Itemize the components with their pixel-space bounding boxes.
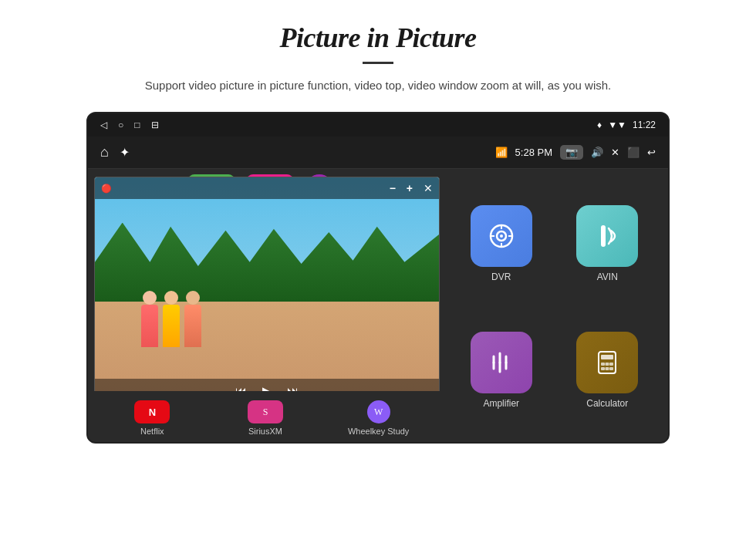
dvr-label: DVR — [491, 272, 511, 282]
status-bar-left: ◁ ○ □ ⊟ — [100, 120, 159, 130]
right-app-grid: DVR AVIN — [440, 169, 668, 444]
page-subtitle: Support video picture in picture functio… — [145, 76, 611, 95]
home-icon[interactable]: ⌂ — [100, 144, 109, 160]
volume-icon[interactable]: 🔊 — [591, 147, 603, 158]
close-icon[interactable]: ✕ — [611, 147, 619, 158]
pip-window[interactable]: 🔴 − + ✕ — [94, 177, 440, 404]
person-3 — [184, 291, 201, 347]
siriusxm-icon: S — [248, 400, 283, 423]
page-wrapper: Picture in Picture Support video picture… — [0, 0, 756, 444]
bottom-app-row: N Netflix S SiriusXM W Whee — [88, 391, 443, 444]
status-bar: ◁ ○ □ ⊟ ♦ ▼▼ 11:22 — [88, 113, 668, 137]
toolbar-right: 📶 5:28 PM 📷 🔊 ✕ ⬛ ↩ — [495, 145, 656, 160]
wheelkey-app-item[interactable]: W Wheelkey Study — [348, 400, 410, 436]
person-3-body — [184, 305, 201, 347]
undo-icon[interactable]: ↩ — [647, 147, 656, 158]
camera-button[interactable]: 📷 — [560, 145, 583, 160]
amplifier-label: Amplifier — [483, 398, 519, 409]
recents-icon[interactable]: □ — [134, 120, 140, 130]
people-group — [141, 291, 201, 347]
wheelkey-icon: W — [367, 400, 390, 423]
svg-rect-18 — [609, 363, 613, 366]
pip-enlarge-button[interactable]: + — [407, 182, 413, 194]
person-1 — [141, 291, 158, 347]
avin-icon-box — [576, 205, 638, 267]
pip-shrink-button[interactable]: − — [390, 182, 396, 194]
person-2-head — [164, 291, 178, 305]
pip-icon[interactable]: ⬛ — [627, 147, 640, 158]
svg-rect-15 — [601, 355, 613, 359]
page-title: Picture in Picture — [280, 22, 477, 54]
avin-label: AVIN — [597, 272, 618, 282]
person-1-body — [141, 305, 158, 347]
calculator-icon-box — [576, 332, 638, 393]
svg-rect-20 — [606, 367, 609, 370]
calculator-app-item[interactable]: Calculator — [559, 311, 657, 430]
location-icon: ♦ — [597, 120, 602, 130]
status-time: 11:22 — [633, 120, 656, 130]
svg-rect-21 — [609, 367, 613, 370]
person-2 — [163, 291, 180, 347]
amplifier-app-item[interactable]: Amplifier — [452, 311, 551, 430]
person-3-head — [186, 291, 200, 305]
device-frame: ◁ ○ □ ⊟ ♦ ▼▼ 11:22 ⌂ ✦ 📶 5:28 PM 📷 🔊 — [86, 112, 670, 444]
app-area: 🔴 − + ✕ — [88, 169, 668, 444]
pip-controls-top: 🔴 — [101, 184, 112, 194]
toolbar-left: ⌂ ✦ — [100, 144, 130, 160]
usb-icon: ✦ — [120, 145, 130, 160]
pip-header: 🔴 − + ✕ — [95, 177, 439, 199]
wifi-icon: 📶 — [495, 147, 508, 158]
person-1-head — [143, 291, 157, 305]
avin-svg — [593, 222, 621, 250]
back-icon[interactable]: ◁ — [100, 120, 107, 130]
svg-rect-17 — [606, 363, 609, 366]
pip-overlay: 🔴 − + ✕ — [88, 169, 443, 444]
svg-rect-16 — [601, 363, 605, 366]
dvr-app-item[interactable]: DVR — [452, 184, 551, 303]
toolbar-bar: ⌂ ✦ 📶 5:28 PM 📷 🔊 ✕ ⬛ ↩ — [88, 137, 668, 169]
toolbar-time: 5:28 PM — [515, 147, 552, 158]
amplifier-icon-box — [471, 332, 532, 393]
avin-app-item[interactable]: AVIN — [559, 184, 657, 303]
pip-size-controls: − + ✕ — [390, 182, 433, 195]
siriusxm-app-item[interactable]: S SiriusXM — [235, 400, 296, 436]
amplifier-svg — [488, 349, 515, 376]
video-scene — [95, 177, 439, 403]
home-circle-icon[interactable]: ○ — [118, 120, 123, 130]
svg-rect-19 — [601, 367, 605, 370]
status-bar-right: ♦ ▼▼ 11:22 — [597, 120, 656, 130]
wheelkey-label: Wheelkey Study — [348, 427, 409, 436]
calculator-label: Calculator — [586, 398, 628, 409]
signal-icon: ▼▼ — [608, 120, 626, 130]
calculator-svg — [593, 349, 621, 376]
siriusxm-label: SiriusXM — [248, 427, 282, 436]
dvr-icon-box — [471, 205, 532, 267]
svg-point-2 — [500, 234, 503, 238]
netflix-label: Netflix — [140, 427, 164, 436]
netflix-app-item[interactable]: N Netflix — [121, 400, 183, 436]
dvr-svg — [487, 221, 516, 251]
person-2-body — [163, 305, 180, 347]
pip-record-indicator: 🔴 — [101, 184, 112, 194]
svg-rect-7 — [601, 225, 606, 247]
title-divider — [363, 62, 393, 64]
netflix-icon: N — [134, 400, 170, 423]
screenshot-icon[interactable]: ⊟ — [151, 120, 159, 130]
pip-close-button[interactable]: ✕ — [424, 182, 433, 195]
